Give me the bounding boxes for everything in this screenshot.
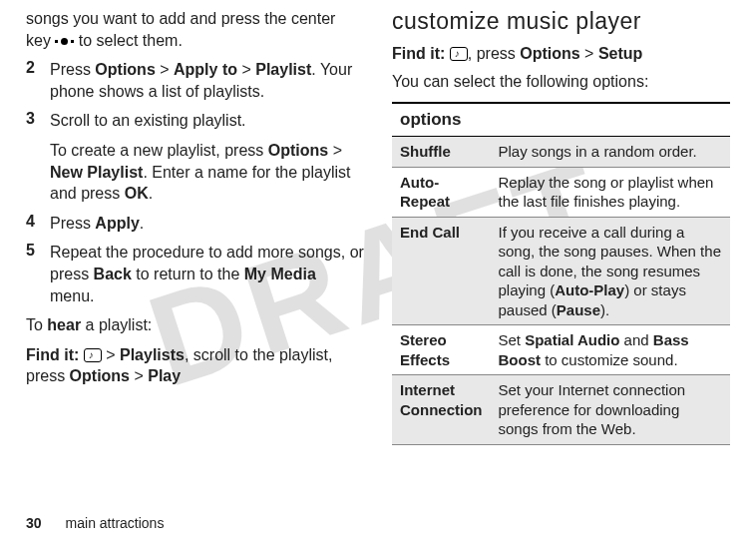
step-number-2: 2 bbox=[26, 59, 40, 102]
page-footer: 30main attractions bbox=[26, 515, 164, 531]
opt-auto-repeat: Auto-Repeat bbox=[392, 167, 490, 217]
playlists-label: Playlists bbox=[120, 346, 185, 363]
opt-internet-connection: Internet Connection bbox=[392, 375, 490, 445]
t: > bbox=[237, 61, 255, 78]
select-options-text: You can select the following options: bbox=[392, 71, 730, 93]
t: and bbox=[619, 331, 652, 348]
t: Press bbox=[50, 61, 95, 78]
step-4: 4 Press Apply. bbox=[26, 213, 364, 235]
step-2: 2 Press Options > Apply to > Playlist. Y… bbox=[26, 59, 364, 102]
find-it-label: Find it: bbox=[392, 45, 450, 62]
t: Press bbox=[50, 215, 95, 232]
setup-label: Setup bbox=[598, 45, 642, 62]
left-column: songs you want to add and press the cent… bbox=[26, 8, 364, 445]
apply-label: Apply bbox=[95, 215, 139, 232]
find-it-right: Find it: , press Options > Setup bbox=[392, 43, 730, 65]
t: > bbox=[130, 367, 148, 384]
opt-shuffle: Shuffle bbox=[392, 137, 490, 168]
t: Scroll to an existing playlist. bbox=[50, 112, 246, 129]
find-it-label: Find it: bbox=[26, 346, 84, 363]
step-number-5: 5 bbox=[26, 242, 40, 306]
opt-end-call: End Call bbox=[392, 217, 490, 325]
spatial-audio-label: Spatial Audio bbox=[525, 331, 619, 348]
t: > bbox=[156, 61, 174, 78]
t: > bbox=[580, 45, 598, 62]
section-name: main attractions bbox=[66, 515, 165, 531]
t: a playlist: bbox=[81, 316, 152, 333]
t: > bbox=[102, 346, 120, 363]
t: to return to the bbox=[132, 266, 244, 282]
opt-shuffle-desc: Play songs in a random order. bbox=[490, 137, 730, 168]
opt-end-call-desc: If you receive a call during a song, the… bbox=[490, 217, 730, 325]
apply-to-label: Apply to bbox=[174, 61, 237, 78]
options-label: Options bbox=[520, 45, 579, 62]
pause-label: Pause bbox=[557, 301, 600, 318]
t: To bbox=[26, 316, 47, 333]
center-key-icon bbox=[55, 32, 74, 49]
step-2-body: Press Options > Apply to > Playlist. You… bbox=[50, 59, 364, 102]
table-row: Internet Connection Set your Internet co… bbox=[392, 375, 730, 445]
hear-playlist-text: To hear a playlist: bbox=[26, 314, 364, 336]
auto-play-label: Auto-Play bbox=[555, 281, 624, 298]
options-label: Options bbox=[268, 142, 328, 159]
step-3-body: Scroll to an existing playlist. To creat… bbox=[50, 110, 364, 204]
step-3: 3 Scroll to an existing playlist. To cre… bbox=[26, 110, 364, 204]
hear-bold: hear bbox=[47, 316, 81, 333]
step-5: 5 Repeat the procedure to add more songs… bbox=[26, 242, 364, 306]
t: . bbox=[140, 215, 144, 232]
t: > bbox=[328, 142, 342, 159]
right-column: customize music player Find it: , press … bbox=[392, 8, 730, 445]
t: Set bbox=[498, 331, 525, 348]
t: . bbox=[149, 185, 153, 202]
new-playlist-label: New Playlist bbox=[50, 164, 143, 181]
table-row: End Call If you receive a call during a … bbox=[392, 217, 730, 325]
intro-text-2: to select them. bbox=[74, 32, 183, 49]
t: ). bbox=[600, 301, 609, 318]
back-label: Back bbox=[94, 266, 132, 282]
opt-stereo-effects-desc: Set Spatial Audio and Bass Boost to cust… bbox=[490, 325, 730, 375]
step-3-sub: To create a new playlist, press Options … bbox=[50, 140, 364, 205]
t: To create a new playlist, press bbox=[50, 142, 268, 159]
my-media-label: My Media bbox=[244, 266, 316, 282]
options-label: Options bbox=[95, 61, 155, 78]
music-key-icon bbox=[84, 348, 102, 362]
t: , press bbox=[468, 45, 520, 62]
section-title: customize music player bbox=[392, 8, 730, 35]
playlist-label: Playlist bbox=[255, 61, 311, 78]
table-row: Stereo Effects Set Spatial Audio and Bas… bbox=[392, 325, 730, 375]
opt-internet-connection-desc: Set your Internet connection preference … bbox=[490, 375, 730, 445]
t: menu. bbox=[50, 287, 94, 304]
opt-stereo-effects: Stereo Effects bbox=[392, 325, 490, 375]
find-it-left: Find it: > Playlists, scroll to the play… bbox=[26, 344, 364, 387]
step-number-3: 3 bbox=[26, 110, 40, 204]
step-5-body: Repeat the procedure to add more songs, … bbox=[50, 242, 364, 306]
table-row: Auto-Repeat Replay the song or playlist … bbox=[392, 167, 730, 217]
step-4-body: Press Apply. bbox=[50, 213, 364, 235]
t: to customize sound. bbox=[541, 351, 678, 368]
table-row: Shuffle Play songs in a random order. bbox=[392, 137, 730, 168]
page-number: 30 bbox=[26, 515, 42, 531]
music-key-icon bbox=[450, 47, 468, 61]
ok-label: OK bbox=[125, 185, 149, 202]
play-label: Play bbox=[148, 367, 181, 384]
options-table: options Shuffle Play songs in a random o… bbox=[392, 102, 730, 445]
opt-auto-repeat-desc: Replay the song or playlist when the las… bbox=[490, 167, 730, 217]
options-label: Options bbox=[70, 367, 130, 384]
step-number-4: 4 bbox=[26, 213, 40, 235]
intro-paragraph: songs you want to add and press the cent… bbox=[26, 8, 364, 51]
options-header: options bbox=[392, 103, 730, 137]
